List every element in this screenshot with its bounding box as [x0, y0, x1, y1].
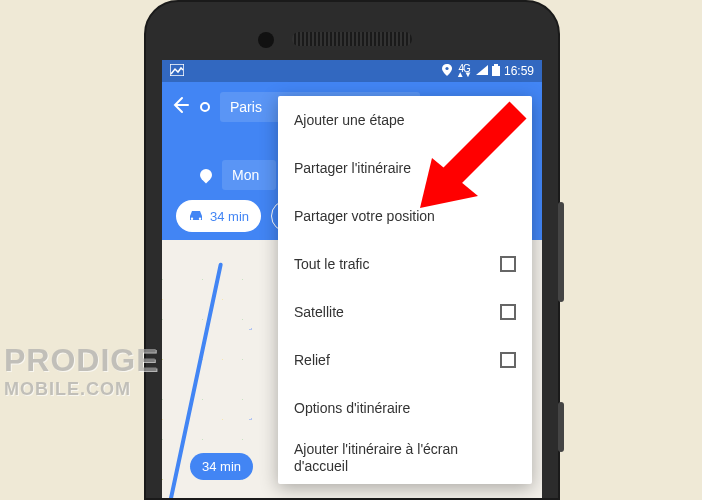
location-icon — [442, 64, 452, 79]
side-button — [558, 402, 564, 452]
menu-label: Ajouter l'itinéraire à l'écran d'accueil — [294, 441, 516, 476]
destination-input[interactable]: Mon — [222, 160, 276, 190]
menu-label: Options d'itinéraire — [294, 400, 410, 416]
side-button — [558, 202, 564, 302]
image-icon — [170, 64, 184, 79]
back-icon[interactable] — [170, 95, 190, 119]
menu-item-relief[interactable]: Relief — [278, 336, 532, 384]
menu-label: Partager votre position — [294, 208, 435, 224]
mode-car-chip[interactable]: 34 min — [176, 200, 261, 232]
origin-value: Paris — [230, 99, 262, 115]
menu-label: Tout le trafic — [294, 256, 369, 272]
car-time: 34 min — [210, 209, 249, 224]
svg-point-1 — [446, 66, 449, 69]
menu-label: Satellite — [294, 304, 344, 320]
menu-item-traffic[interactable]: Tout le trafic — [278, 240, 532, 288]
dots-icon — [205, 126, 207, 152]
checkbox-icon[interactable] — [500, 256, 516, 272]
clock: 16:59 — [504, 64, 534, 78]
svg-rect-2 — [494, 64, 498, 66]
menu-item-share-location[interactable]: Partager votre position — [278, 192, 532, 240]
svg-rect-3 — [492, 66, 500, 76]
menu-label: Relief — [294, 352, 330, 368]
status-bar: 4G ▲▼ 16:59 — [162, 60, 542, 82]
watermark: PRODIGE MOBILE.COM — [4, 342, 159, 400]
menu-label: Ajouter une étape — [294, 112, 405, 128]
menu-label: Partager l'itinéraire — [294, 160, 411, 176]
updown-icon: ▲▼ — [456, 72, 472, 78]
menu-item-route-options[interactable]: Options d'itinéraire — [278, 384, 532, 432]
route-time-pill[interactable]: 34 min — [190, 453, 253, 480]
destination-value: Mon — [232, 167, 259, 183]
menu-item-add-step[interactable]: Ajouter une étape — [278, 96, 532, 144]
car-icon — [188, 209, 204, 224]
route-time-label: 34 min — [202, 459, 241, 474]
watermark-line2: MOBILE.COM — [4, 379, 159, 400]
menu-item-add-to-home[interactable]: Ajouter l'itinéraire à l'écran d'accueil — [278, 432, 532, 484]
menu-item-satellite[interactable]: Satellite — [278, 288, 532, 336]
watermark-line1: PRODIGE — [4, 342, 159, 379]
checkbox-icon[interactable] — [500, 304, 516, 320]
screen: 4G ▲▼ 16:59 Paris — [162, 60, 542, 498]
battery-icon — [492, 64, 500, 79]
signal-icon — [476, 64, 488, 78]
overflow-menu: Ajouter une étape Partager l'itinéraire … — [278, 96, 532, 484]
checkbox-icon[interactable] — [500, 352, 516, 368]
phone-frame: 4G ▲▼ 16:59 Paris — [144, 0, 560, 500]
menu-item-share-route[interactable]: Partager l'itinéraire — [278, 144, 532, 192]
destination-pin-icon — [198, 167, 215, 184]
origin-dot-icon — [200, 102, 210, 112]
